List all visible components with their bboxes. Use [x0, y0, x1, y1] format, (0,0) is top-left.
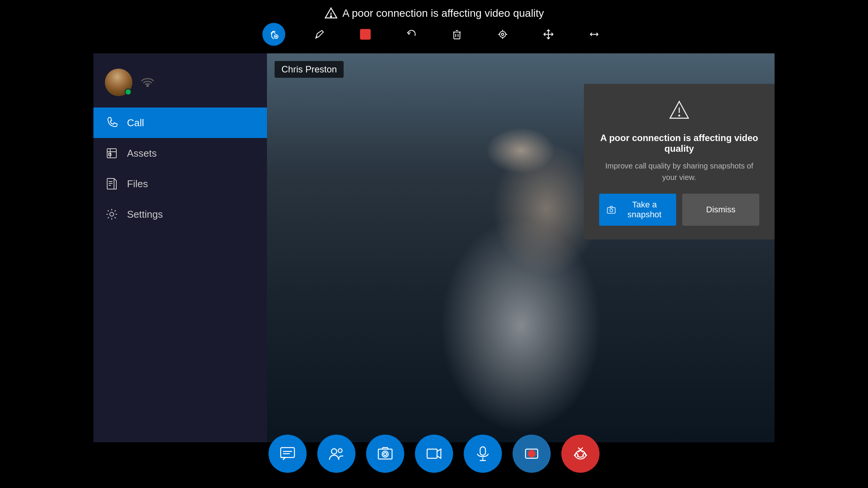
- svg-point-38: [382, 451, 388, 457]
- toolbar-back-button[interactable]: [262, 23, 285, 46]
- snapshot-btn-label: Take a snapshot: [620, 200, 669, 220]
- sidebar-item-settings-label: Settings: [127, 209, 163, 220]
- video-feed: Chris Preston A poor connection is affec…: [267, 53, 775, 442]
- microphone-button[interactable]: [464, 435, 502, 473]
- svg-rect-40: [427, 449, 437, 458]
- video-area: Chris Preston A poor connection is affec…: [267, 53, 775, 442]
- toolbar-move-button[interactable]: [537, 23, 560, 46]
- online-status-dot: [125, 88, 132, 95]
- svg-point-12: [502, 33, 504, 35]
- svg-rect-30: [608, 207, 616, 213]
- participants-button[interactable]: [317, 435, 355, 473]
- sidebar-item-settings[interactable]: Settings: [93, 199, 267, 230]
- screenshot-button[interactable]: [366, 435, 404, 473]
- avatar-container: [105, 69, 132, 96]
- sidebar-item-call[interactable]: Call: [93, 108, 267, 138]
- sidebar-item-assets-label: Assets: [127, 148, 157, 159]
- toolbar-delete-button[interactable]: [445, 23, 468, 46]
- svg-rect-6: [454, 32, 460, 39]
- sidebar-item-files-label: Files: [127, 178, 148, 190]
- record-button[interactable]: [513, 435, 551, 473]
- svg-point-36: [338, 449, 342, 453]
- svg-rect-41: [480, 447, 485, 455]
- svg-point-29: [678, 115, 680, 117]
- svg-rect-32: [281, 448, 294, 458]
- svg-point-11: [500, 31, 506, 37]
- dismiss-btn-label: Dismiss: [706, 205, 736, 214]
- sidebar: Call Assets Files: [93, 53, 267, 442]
- svg-point-1: [330, 16, 331, 17]
- toolbar-expand-button[interactable]: [583, 23, 606, 46]
- svg-point-31: [610, 209, 613, 212]
- caller-name-badge: Chris Preston: [275, 61, 344, 78]
- quality-notification-popup: A poor connection is affecting video qua…: [584, 84, 775, 239]
- popup-warning-icon: [668, 99, 691, 125]
- chat-button[interactable]: [268, 435, 307, 473]
- sidebar-item-assets[interactable]: Assets: [93, 138, 267, 169]
- top-warning-text: A poor connection is affecting video qua…: [342, 7, 544, 19]
- popup-subtitle: Improve call quality by sharing snapshot…: [599, 160, 759, 183]
- video-button[interactable]: [415, 435, 453, 473]
- svg-point-39: [384, 453, 387, 456]
- toolbar-pen-button[interactable]: [308, 23, 331, 46]
- wifi-icon: [140, 75, 155, 90]
- svg-point-27: [110, 212, 114, 216]
- svg-point-35: [331, 449, 337, 454]
- toolbar-stop-button[interactable]: [354, 23, 377, 46]
- popup-title: A poor connection is affecting video qua…: [599, 133, 759, 154]
- svg-point-20: [147, 85, 148, 87]
- bottom-controls: [268, 435, 600, 473]
- toolbar-undo-button[interactable]: [400, 23, 423, 46]
- warning-icon-top: [324, 6, 338, 20]
- toolbar: [262, 23, 606, 46]
- svg-point-44: [528, 450, 535, 458]
- take-snapshot-button[interactable]: Take a snapshot: [599, 194, 676, 226]
- end-call-button[interactable]: [561, 435, 600, 473]
- main-layout: Call Assets Files: [93, 53, 775, 442]
- toolbar-target-button[interactable]: [491, 23, 514, 46]
- sidebar-item-call-label: Call: [127, 117, 144, 129]
- popup-buttons: Take a snapshot Dismiss: [599, 194, 759, 226]
- sidebar-item-files[interactable]: Files: [93, 169, 267, 199]
- user-header: [93, 61, 167, 108]
- dismiss-button[interactable]: Dismiss: [682, 194, 759, 226]
